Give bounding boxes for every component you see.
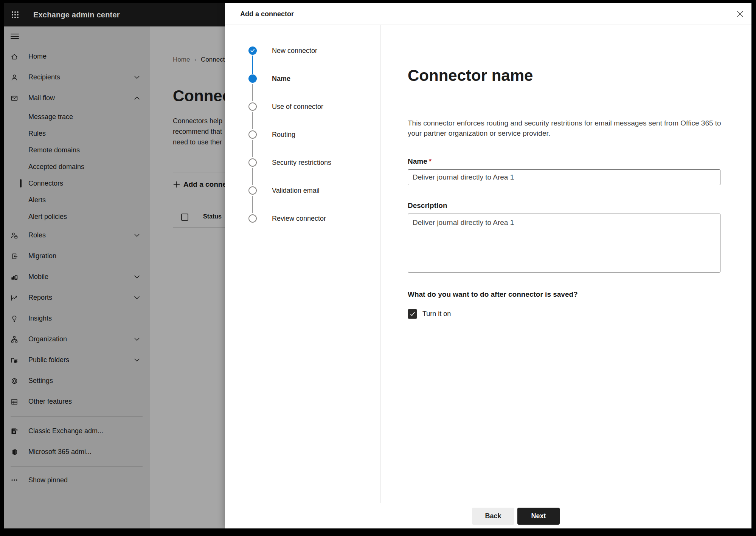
- step-use-of-connector[interactable]: Use of connector: [248, 102, 323, 111]
- next-button[interactable]: Next: [517, 508, 560, 525]
- step-completed-icon: [248, 46, 257, 55]
- step-current-icon: [248, 74, 257, 83]
- step-upcoming-icon: [248, 102, 257, 111]
- app-title: Exchange admin center: [33, 11, 120, 19]
- step-upcoming-icon: [248, 158, 257, 167]
- step-connector-line: [252, 196, 253, 213]
- step-upcoming-icon: [248, 186, 257, 195]
- connector-description-textarea[interactable]: Deliver journal directly to Area 1: [408, 214, 720, 273]
- step-description: This connector enforces routing and secu…: [408, 118, 728, 138]
- turn-it-on-label: Turn it on: [422, 310, 451, 318]
- close-button[interactable]: [735, 9, 745, 19]
- back-button[interactable]: Back: [472, 508, 514, 525]
- step-upcoming-icon: [248, 214, 257, 223]
- required-asterisk: *: [429, 157, 432, 165]
- dialog-header: Add a connector: [225, 3, 751, 25]
- waffle-icon: [11, 11, 19, 19]
- connector-name-input[interactable]: [408, 169, 720, 185]
- exchange-admin-app: Exchange admin center Home: [4, 3, 751, 528]
- checkmark-icon: [410, 312, 415, 316]
- step-new-connector[interactable]: New connector: [248, 46, 317, 55]
- wizard-stepper: New connector Name Use of connector Rout…: [225, 25, 381, 503]
- close-icon: [736, 10, 744, 18]
- step-connector-line: [252, 56, 253, 74]
- step-connector-line: [252, 112, 253, 129]
- step-review-connector[interactable]: Review connector: [248, 214, 326, 223]
- step-security-restrictions[interactable]: Security restrictions: [248, 158, 331, 167]
- step-content-panel: Connector name This connector enforces r…: [381, 25, 751, 503]
- add-connector-dialog: Add a connector New connector Name Use o…: [225, 3, 751, 528]
- step-connector-line: [252, 168, 253, 185]
- step-upcoming-icon: [248, 130, 257, 139]
- description-field-label: Description: [408, 201, 447, 210]
- step-routing[interactable]: Routing: [248, 130, 295, 139]
- screenshot-frame: Exchange admin center Home: [0, 0, 756, 536]
- dialog-title: Add a connector: [240, 3, 294, 25]
- step-heading: Connector name: [408, 67, 533, 85]
- after-save-question: What do you want to do after connector i…: [408, 290, 578, 299]
- turn-it-on-checkbox-row[interactable]: Turn it on: [408, 309, 451, 319]
- step-connector-line: [252, 140, 253, 157]
- step-validation-email[interactable]: Validation email: [248, 186, 320, 195]
- checked-checkbox[interactable]: [408, 309, 417, 319]
- step-name[interactable]: Name: [248, 74, 290, 83]
- app-launcher-button[interactable]: [4, 3, 26, 26]
- step-connector-line: [252, 84, 253, 101]
- dialog-footer: Back Next: [225, 503, 751, 528]
- name-field-label: Name*: [408, 157, 432, 166]
